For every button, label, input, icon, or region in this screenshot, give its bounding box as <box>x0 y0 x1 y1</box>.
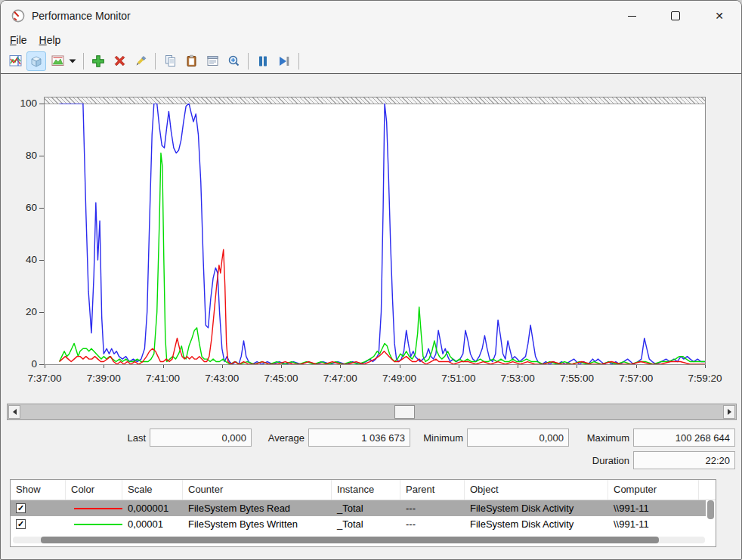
chart-plot-area[interactable] <box>44 97 706 365</box>
delete-x-icon <box>113 54 126 67</box>
cell-computer: \\991-11 <box>608 503 699 514</box>
col-header-object[interactable]: Object <box>465 480 608 500</box>
col-header-scale[interactable]: Scale <box>122 480 183 500</box>
x-axis-tick <box>163 365 164 368</box>
x-axis-label: 7:57:00 <box>619 373 653 384</box>
properties-icon <box>206 54 219 67</box>
cell-instance: _Total <box>332 518 400 530</box>
average-label: Average <box>250 432 305 444</box>
x-axis-label: 7:53:00 <box>501 373 535 384</box>
freeze-display-button[interactable] <box>253 51 273 71</box>
col-header-counter[interactable]: Counter <box>183 480 332 500</box>
y-axis-label: 60 <box>1 201 37 215</box>
zoom-button[interactable] <box>224 51 243 71</box>
menu-file[interactable]: File <box>10 34 27 46</box>
scroll-left-icon <box>10 409 17 415</box>
close-icon: ✕ <box>715 11 724 21</box>
minimize-icon <box>628 16 636 17</box>
counter-table: ShowColorScaleCounterInstanceParentObjec… <box>10 479 716 547</box>
toolbar-separator <box>83 53 84 70</box>
table-vscrollbar-thumb[interactable] <box>707 500 714 519</box>
delete-button[interactable] <box>110 51 129 71</box>
table-row[interactable]: ✓0,00001FileSystem Bytes Written_Total--… <box>11 516 706 532</box>
copy-properties-button[interactable] <box>160 51 180 71</box>
color-swatch <box>74 508 122 509</box>
window-title: Performance Monitor <box>32 10 131 22</box>
cell-object: FileSystem Disk Activity <box>465 503 608 514</box>
duration-label: Duration <box>569 455 629 466</box>
col-header-parent[interactable]: Parent <box>400 480 465 500</box>
y-axis-tick <box>39 156 44 156</box>
chart-scrollbar[interactable] <box>7 404 737 420</box>
y-axis-label: 20 <box>1 305 37 319</box>
minimum-value: 0,000 <box>467 429 569 447</box>
x-axis-tick <box>577 365 577 368</box>
cell-counter: FileSystem Bytes Read <box>183 503 332 514</box>
cell-instance: _Total <box>332 503 400 514</box>
toolbar <box>1 48 741 74</box>
cell-counter: FileSystem Bytes Written <box>183 518 332 530</box>
x-axis-tick <box>705 365 706 368</box>
cell-show: ✓ <box>11 519 66 529</box>
x-axis-label: 7:47:00 <box>323 373 357 384</box>
color-swatch <box>74 524 122 525</box>
performance-monitor-window: Performance Monitor ✕ FileHelp <box>0 0 742 560</box>
title-bar: Performance Monitor ✕ <box>1 1 741 31</box>
add-counter-button[interactable] <box>88 51 108 71</box>
col-header-instance[interactable]: Instance <box>332 480 400 500</box>
dropdown-arrow-icon[interactable] <box>69 59 76 63</box>
y-axis-tick <box>39 312 44 313</box>
x-axis-label: 7:55:00 <box>560 373 594 384</box>
log-view-button[interactable] <box>26 51 46 71</box>
scrollbar-thumb[interactable] <box>394 405 415 419</box>
show-checkbox[interactable]: ✓ <box>16 519 26 529</box>
properties-button[interactable] <box>203 51 222 71</box>
col-header-show[interactable]: Show <box>11 480 66 500</box>
cell-scale: 0,00001 <box>122 518 183 530</box>
cell-color <box>66 524 122 525</box>
app-icon <box>11 9 25 23</box>
paste-clipboard-icon <box>185 54 198 67</box>
table-hscrollbar-thumb[interactable] <box>41 537 659 543</box>
chart-view-button[interactable] <box>5 51 25 71</box>
graph-type-button[interactable] <box>48 51 67 71</box>
chart-view-icon <box>9 54 22 67</box>
x-axis-tick <box>459 365 459 368</box>
x-axis-label: 7:49:00 <box>382 373 416 384</box>
log-view-cube-icon <box>29 54 43 68</box>
table-body: ✓0,000001FileSystem Bytes Read_Total---F… <box>11 500 716 532</box>
maximize-button[interactable] <box>658 1 693 31</box>
table-row[interactable]: ✓0,000001FileSystem Bytes Read_Total---F… <box>11 500 706 516</box>
paste-counter-list-button[interactable] <box>181 51 201 71</box>
graph-type-icon <box>51 54 64 67</box>
x-axis-label: 7:43:00 <box>205 373 239 384</box>
toolbar-separator <box>298 53 299 70</box>
step-forward-icon <box>278 55 290 67</box>
y-axis-tick <box>39 208 44 209</box>
maximum-label: Maximum <box>573 432 629 444</box>
window-controls: ✕ <box>614 1 737 31</box>
y-axis-tick <box>39 104 44 104</box>
update-data-button[interactable] <box>274 51 294 71</box>
col-header-computer[interactable]: Computer <box>608 480 699 500</box>
scroll-right-button[interactable] <box>723 405 735 419</box>
show-checkbox[interactable]: ✓ <box>16 503 26 513</box>
menu-help[interactable]: Help <box>39 34 61 46</box>
scroll-left-button[interactable] <box>8 405 20 419</box>
cell-parent: --- <box>400 503 465 514</box>
toolbar-separator <box>248 53 249 70</box>
last-value: 0,000 <box>150 429 252 447</box>
cell-parent: --- <box>400 518 465 530</box>
chart-series-svg <box>45 104 705 364</box>
x-axis-tick <box>400 365 400 368</box>
maximize-icon <box>671 11 680 20</box>
x-axis-tick <box>222 365 223 368</box>
close-button[interactable]: ✕ <box>702 1 737 31</box>
minimize-button[interactable] <box>614 1 649 31</box>
copy-icon <box>164 54 177 67</box>
x-axis-tick <box>104 365 104 368</box>
pause-icon <box>257 55 269 67</box>
x-axis-label: 7:39:00 <box>87 373 121 384</box>
highlight-button[interactable] <box>131 51 150 71</box>
col-header-color[interactable]: Color <box>66 480 122 500</box>
